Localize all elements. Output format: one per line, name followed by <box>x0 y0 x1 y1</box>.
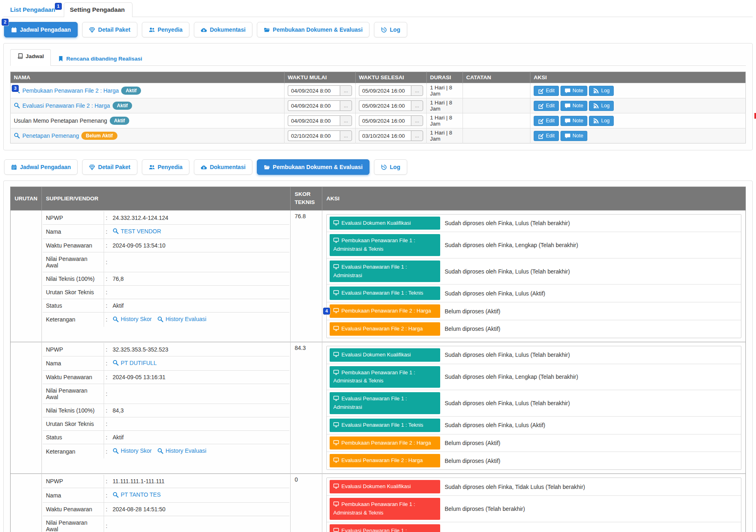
toolbar-jadwal-view: 2Jadwal PengadaanDetail PaketPenyediaDok… <box>3 17 753 41</box>
edit-button[interactable]: Edit <box>534 101 559 111</box>
vendor-name-link[interactable]: PT DUTIFULL <box>113 360 156 366</box>
edit-button[interactable]: Edit <box>534 116 559 126</box>
datepicker-button[interactable]: ... <box>340 115 352 126</box>
evaluation-action-row: Evaluasi Penawaran File 2 : HargaBelum d… <box>327 452 741 469</box>
datepicker-button[interactable]: ... <box>340 85 352 96</box>
pembukaan-penawaran-file-1-administrasi-teknis-button[interactable]: Pembukaan Penawaran File 1 : Administras… <box>330 234 440 256</box>
note-button[interactable]: Note <box>560 131 587 141</box>
log-button[interactable]: Log <box>589 116 614 126</box>
schedule-tab-rencana-dibanding-realisasi[interactable]: Rencana dibanding Realisasi <box>51 52 149 65</box>
gem-icon <box>89 164 95 170</box>
evaluasi-dokumen-kualifikasi-button[interactable]: Evaluasi Dokumen Kualifikasi <box>330 217 440 230</box>
vendor-field-row: Nilai Penawaran Awal: <box>43 252 289 272</box>
vendor-name-link[interactable]: PT TANTO TES <box>113 491 161 498</box>
waktu-mulai-input[interactable] <box>288 115 340 126</box>
schedule-row-name: Penetapan PemenangBelum Aktif <box>14 132 117 140</box>
schedule-item-link[interactable]: Evaluasi Penawaran File 2 : Harga <box>22 102 110 109</box>
schedule-tab-jadwal[interactable]: Jadwal <box>10 49 51 66</box>
pembukaan-penawaran-file-2-harga-button[interactable]: Pembukaan Penawaran File 2 : Harga <box>330 436 440 450</box>
procurement-page: List Pengadaan 1 Setting Pengadaan 2Jadw… <box>0 0 756 532</box>
waktu-selesai-input[interactable] <box>359 100 411 111</box>
evaluation-action-row: Pembukaan Penawaran File 2 : HargaBelum … <box>327 434 741 452</box>
evaluasi-penawaran-file-1-teknis-button[interactable]: Evaluasi Penawaran File 1 : Teknis <box>330 419 440 432</box>
note-button[interactable]: Note <box>560 116 587 126</box>
toolbar-button-jadwal-pengadaan[interactable]: Jadwal Pengadaan <box>4 159 78 175</box>
monitor-icon <box>333 457 339 463</box>
evaluation-status-text: Sudah diproses oleh Finka, Tidak Lulus (… <box>445 484 585 490</box>
evaluasi-penawaran-file-2-harga-button[interactable]: Evaluasi Penawaran File 2 : Harga <box>330 454 440 467</box>
note-button[interactable]: Note <box>560 101 587 111</box>
evaluasi-penawaran-file-1-administrasi-button[interactable]: Evaluasi Penawaran File 1 : Administrasi <box>330 524 440 532</box>
toolbar-button-log[interactable]: Log <box>374 22 407 37</box>
datepicker-button[interactable]: ... <box>340 130 352 141</box>
evaluasi-penawaran-file-1-teknis-button[interactable]: Evaluasi Penawaran File 1 : Teknis <box>330 287 440 300</box>
pembukaan-penawaran-file-1-administrasi-teknis-button[interactable]: Pembukaan Penawaran File 1 : Administras… <box>330 366 440 388</box>
page-tab-bar: List Pengadaan 1 Setting Pengadaan <box>3 0 753 17</box>
history-evaluasi-link[interactable]: History Evaluasi <box>157 447 206 454</box>
field-value: 2024-09-05 13:54:10 <box>113 242 165 249</box>
schedule-col-durasi: DURASI <box>427 72 463 83</box>
pembukaan-penawaran-file-2-harga-button[interactable]: Pembukaan Penawaran File 2 : Harga <box>330 304 440 318</box>
toolbar-button-penyedia[interactable]: Penyedia <box>142 159 189 175</box>
vendor-field-row: Status:Aktif <box>43 299 289 313</box>
evaluation-button-label: Evaluasi Penawaran File 1 : Administrasi <box>333 528 407 532</box>
toolbar-button-label: Jadwal Pengadaan <box>20 164 71 170</box>
history-evaluasi-link[interactable]: History Evaluasi <box>157 316 206 322</box>
toolbar-button-jadwal-pengadaan[interactable]: Jadwal Pengadaan <box>4 22 78 37</box>
toolbar-button-detail-paket[interactable]: Detail Paket <box>82 159 137 175</box>
folder-open-icon <box>264 164 270 170</box>
field-label: NPWP <box>43 211 104 225</box>
urutan-cell <box>11 474 42 532</box>
edit-button[interactable]: Edit <box>534 86 559 96</box>
toolbar-button-penyedia[interactable]: Penyedia <box>142 22 189 37</box>
gem-icon <box>89 27 95 33</box>
durasi-value: 1 Hari | 8 Jam <box>427 128 463 143</box>
annotation-badge-2: 2 <box>2 19 9 26</box>
edit-button[interactable]: Edit <box>534 131 559 141</box>
history-skor-link[interactable]: History Skor <box>113 316 152 322</box>
waktu-selesai-input[interactable] <box>359 115 411 126</box>
tab-list-pengadaan[interactable]: List Pengadaan 1 <box>4 2 63 17</box>
evaluasi-penawaran-file-2-harga-button[interactable]: Evaluasi Penawaran File 2 : Harga <box>330 322 440 336</box>
monitor-icon <box>333 308 339 313</box>
tab-setting-pengadaan[interactable]: Setting Pengadaan <box>64 2 133 17</box>
datepicker-button[interactable]: ... <box>340 100 352 111</box>
schedule-tab-label: Jadwal <box>26 53 44 59</box>
log-button[interactable]: Log <box>589 101 614 111</box>
waktu-mulai-input[interactable] <box>288 100 340 111</box>
log-button[interactable]: Log <box>589 86 614 96</box>
annotation-badge-4: 4 <box>323 308 330 315</box>
datepicker-button[interactable]: ... <box>411 115 423 126</box>
toolbar-button-dokumentasi[interactable]: Dokumentasi <box>194 22 252 37</box>
vendor-field-row: Status:Aktif <box>43 431 289 444</box>
note-button[interactable]: Note <box>560 86 587 96</box>
toolbar-button-log[interactable]: Log <box>374 159 407 175</box>
pembukaan-penawaran-file-1-administrasi-teknis-button[interactable]: Pembukaan Penawaran File 1 : Administras… <box>330 498 440 520</box>
skor-teknis-value: 76.8 <box>291 210 322 342</box>
toolbar-button-pembukaan-dokumen-evaluasi[interactable]: Pembukaan Dokumen & Evaluasi <box>257 159 369 175</box>
toolbar-button-label: Pembukaan Dokumen & Evaluasi <box>273 164 363 170</box>
vendor-name-link[interactable]: TEST VENDOR <box>113 228 161 235</box>
history-skor-link[interactable]: History Skor <box>113 447 152 454</box>
toolbar-button-dokumentasi[interactable]: Dokumentasi <box>194 159 252 175</box>
waktu-mulai-input[interactable] <box>288 85 340 96</box>
monitor-icon <box>333 290 339 295</box>
evaluation-button-label: Evaluasi Penawaran File 1 : Administrasi <box>333 395 407 410</box>
edit-icon <box>538 103 544 109</box>
toolbar-button-detail-paket[interactable]: Detail Paket <box>82 22 137 37</box>
datepicker-button[interactable]: ... <box>411 85 423 96</box>
evaluasi-dokumen-kualifikasi-button[interactable]: Evaluasi Dokumen Kualifikasi <box>330 480 440 493</box>
schedule-item-link[interactable]: Penetapan Pemenang <box>22 132 79 139</box>
vendor-field-row: Urutan Skor Teknis: <box>43 417 289 431</box>
waktu-mulai-input[interactable] <box>288 130 340 141</box>
datepicker-button[interactable]: ... <box>411 100 423 111</box>
datepicker-button[interactable]: ... <box>411 130 423 141</box>
evaluasi-dokumen-kualifikasi-button[interactable]: Evaluasi Dokumen Kualifikasi <box>330 348 440 362</box>
evaluation-actions-box: Evaluasi Dokumen KualifikasiSudah dipros… <box>326 346 741 470</box>
schedule-item-link[interactable]: Pembukaan Penawaran File 2 : Harga <box>22 87 119 94</box>
waktu-selesai-input[interactable] <box>359 130 411 141</box>
waktu-selesai-input[interactable] <box>359 85 411 96</box>
evaluasi-penawaran-file-1-administrasi-button[interactable]: Evaluasi Penawaran File 1 : Administrasi <box>330 392 440 414</box>
toolbar-button-pembukaan-dokumen-evaluasi[interactable]: Pembukaan Dokumen & Evaluasi <box>257 22 369 37</box>
evaluasi-penawaran-file-1-administrasi-button[interactable]: Evaluasi Penawaran File 1 : Administrasi <box>330 261 440 282</box>
